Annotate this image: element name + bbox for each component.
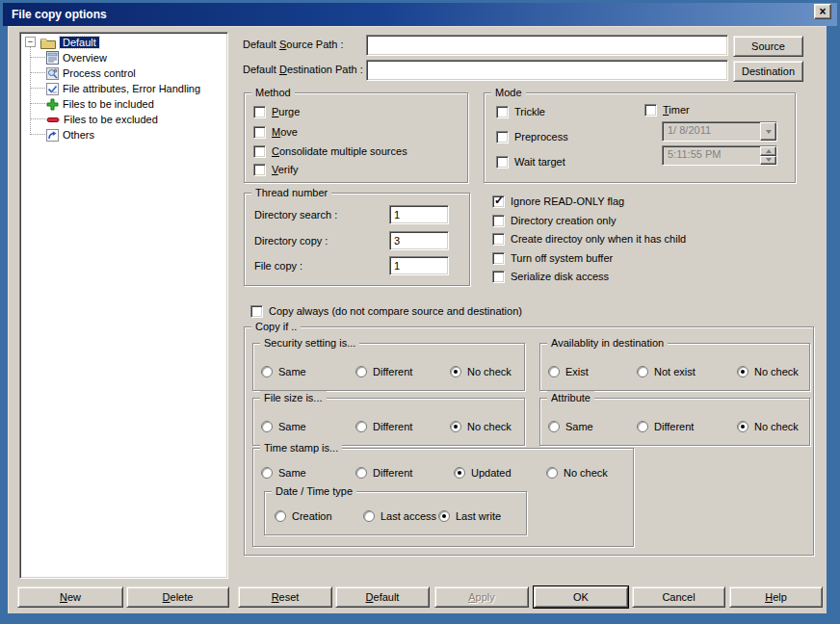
checkbox-box[interactable] [253,126,266,139]
radio-circle[interactable] [355,467,367,479]
checkbox-box[interactable] [253,145,266,158]
radio-circle[interactable] [438,510,450,522]
timer-date-value: 1/ 8/2011 [663,122,760,141]
title-bar[interactable]: File copy options [3,3,837,26]
radio-circle[interactable] [737,366,748,377]
radio-timestamp-updated[interactable]: Updated [454,466,512,480]
radio-availability-no-check[interactable]: No check [737,365,799,378]
file-copy-input[interactable] [389,256,449,275]
thread-number-group-title: Thread number [251,186,331,199]
radio-attribute-same[interactable]: Same [548,420,593,433]
default-button[interactable]: Default [335,586,430,608]
datetime-type-group: Date / Time type Creation Last access La… [264,491,527,535]
radio-filesize-different[interactable]: Different [355,420,412,433]
verify-checkbox[interactable]: Verify [253,163,299,176]
checkbox-box[interactable] [492,233,505,246]
purge-checkbox[interactable]: Purge [253,105,300,118]
radio-circle[interactable] [454,467,465,479]
radio-timestamp-no-check[interactable]: No check [546,466,608,480]
radio-attribute-no-check[interactable]: No check [737,420,799,433]
radio-circle[interactable] [355,421,367,432]
radio-availability-exist[interactable]: Exist [548,365,589,378]
radio-timestamp-same[interactable]: Same [261,466,306,480]
destination-button[interactable]: Destination [733,61,803,82]
tree-expander[interactable]: − [25,37,36,47]
radio-circle[interactable] [363,510,375,522]
radio-datetime-last-write[interactable]: Last write [438,509,501,523]
trickle-checkbox[interactable]: Trickle [496,105,545,118]
reset-button[interactable]: Reset [238,586,332,608]
copy-always-checkbox[interactable]: Copy always (do not compare source and d… [250,304,522,318]
checkbox-box[interactable] [496,131,509,143]
timer-time-value: 5:11:55 PM [663,146,760,165]
delete-button[interactable]: Delete [126,586,229,608]
tree-item-others[interactable]: Others [46,127,94,143]
radio-circle[interactable] [450,366,461,377]
tree-item-file-attributes[interactable]: File attributes, Error Handling [46,81,200,96]
tree-item-default[interactable]: Default [40,35,99,50]
radio-security-no-check[interactable]: No check [450,365,512,378]
radio-attribute-different[interactable]: Different [637,420,694,433]
checkbox-box[interactable] [644,104,657,117]
checkbox-box[interactable] [253,106,266,118]
radio-circle[interactable] [637,366,648,377]
timer-checkbox[interactable]: Timer [644,103,690,117]
method-group-title: Method [251,86,295,99]
directory-copy-input[interactable] [389,231,449,250]
close-button[interactable]: × [814,4,831,19]
close-icon: × [819,6,826,17]
profile-tree[interactable]: − Default Overview [19,32,228,579]
checkbox-box[interactable] [492,271,505,283]
tree-item-label: Default [60,37,99,48]
tree-item-files-included[interactable]: Files to be included [46,96,154,112]
directory-creation-only-checkbox[interactable]: Directory creation only [492,214,616,227]
radio-filesize-no-check[interactable]: No check [450,420,512,433]
checkbox-box[interactable] [253,164,266,176]
checkbox-box[interactable] [250,305,263,318]
tree-item-process-control[interactable]: Process control [46,65,136,81]
radio-security-different[interactable]: Different [355,365,412,378]
serialize-disk-access-checkbox[interactable]: Serialize disk access [492,270,609,283]
tree-item-overview[interactable]: Overview [46,50,107,65]
checkbox-box[interactable] [492,215,505,227]
radio-circle[interactable] [548,366,560,377]
preprocess-checkbox[interactable]: Preprocess [496,130,568,143]
radio-circle[interactable] [261,366,273,377]
checkbox-box[interactable] [496,156,509,169]
cancel-button[interactable]: Cancel [632,586,725,608]
new-button[interactable]: New [17,586,123,608]
source-button[interactable]: Source [733,36,803,57]
directory-search-input[interactable] [389,205,449,224]
radio-filesize-same[interactable]: Same [261,420,306,433]
radio-circle[interactable] [275,510,286,522]
radio-circle[interactable] [261,421,273,432]
consolidate-checkbox[interactable]: Consolidate multiple sources [253,144,407,158]
move-checkbox[interactable]: Move [253,125,298,139]
radio-circle[interactable] [737,421,748,432]
radio-circle[interactable] [450,421,461,432]
radio-security-same[interactable]: Same [261,365,306,378]
checkbox-box[interactable] [496,106,509,118]
radio-circle[interactable] [548,421,560,432]
checkbox-box[interactable] [492,195,505,208]
tree-item-files-excluded[interactable]: Files to be excluded [46,112,158,127]
radio-datetime-last-access[interactable]: Last access [363,509,436,523]
ok-button[interactable]: OK [534,586,628,608]
radio-datetime-creation[interactable]: Creation [275,509,332,523]
radio-circle[interactable] [355,366,367,377]
create-directory-with-child-checkbox[interactable]: Create directoy only when it has child [492,232,686,246]
wait-target-checkbox[interactable]: Wait target [496,155,565,169]
radio-circle[interactable] [261,467,273,479]
turn-off-system-buffer-checkbox[interactable]: Turn off system buffer [492,251,613,265]
destination-path-input[interactable] [366,60,728,81]
radio-timestamp-different[interactable]: Different [355,466,412,480]
directory-search-label: Directory search : [254,209,337,221]
ignore-readonly-checkbox[interactable]: Ignore READ-ONLY flag [492,195,624,208]
chevron-down-icon [766,130,772,134]
radio-circle[interactable] [637,421,648,432]
checkbox-box[interactable] [492,252,505,265]
source-path-input[interactable] [366,35,728,56]
help-button[interactable]: Help [729,586,823,608]
radio-availability-not-exist[interactable]: Not exist [637,365,696,378]
radio-circle[interactable] [546,467,558,479]
